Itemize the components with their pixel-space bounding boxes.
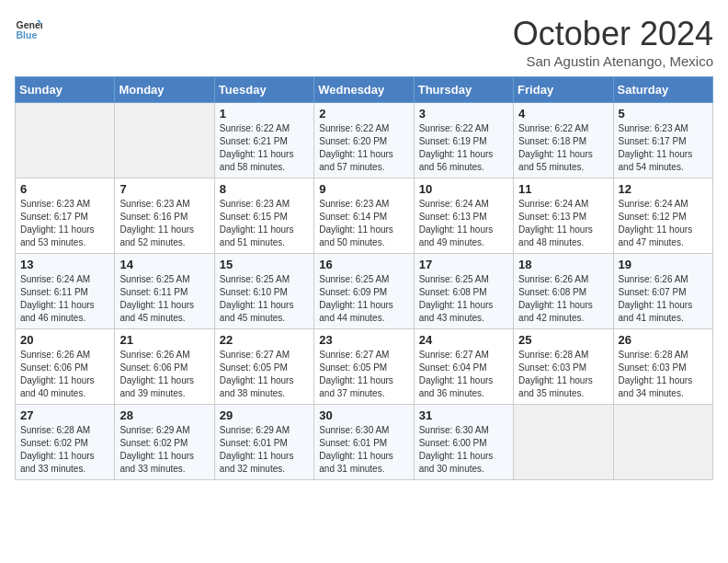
- calendar-cell: 16Sunrise: 6:25 AMSunset: 6:09 PMDayligh…: [314, 254, 414, 329]
- cell-day-number: 15: [220, 258, 309, 271]
- cell-day-number: 10: [419, 182, 508, 196]
- cell-sun-info: Sunrise: 6:22 AMSunset: 6:21 PMDaylight:…: [220, 122, 309, 174]
- calendar-cell: 31Sunrise: 6:30 AMSunset: 6:00 PMDayligh…: [414, 405, 513, 480]
- calendar-cell: 8Sunrise: 6:23 AMSunset: 6:15 PMDaylight…: [214, 178, 313, 254]
- cell-sun-info: Sunrise: 6:25 AMSunset: 6:10 PMDaylight:…: [220, 273, 309, 325]
- cell-sun-info: Sunrise: 6:24 AMSunset: 6:11 PMDaylight:…: [20, 273, 109, 325]
- cell-day-number: 4: [518, 107, 608, 121]
- calendar-cell: 29Sunrise: 6:29 AMSunset: 6:01 PMDayligh…: [214, 405, 313, 480]
- calendar-cell: 19Sunrise: 6:26 AMSunset: 6:07 PMDayligh…: [613, 254, 712, 329]
- cell-day-number: 18: [518, 258, 608, 271]
- cell-day-number: 13: [20, 258, 109, 271]
- page-header: General Blue October 2024 San Agustin At…: [15, 15, 713, 69]
- calendar-cell: 27Sunrise: 6:28 AMSunset: 6:02 PMDayligh…: [16, 405, 115, 480]
- cell-sun-info: Sunrise: 6:25 AMSunset: 6:11 PMDaylight:…: [119, 273, 209, 325]
- calendar-table: SundayMondayTuesdayWednesdayThursdayFrid…: [15, 76, 713, 480]
- cell-day-number: 21: [119, 333, 209, 347]
- cell-day-number: 27: [20, 408, 109, 422]
- cell-sun-info: Sunrise: 6:22 AMSunset: 6:18 PMDaylight:…: [518, 122, 608, 174]
- day-of-week-header: Thursday: [414, 77, 513, 103]
- calendar-cell: [115, 103, 214, 178]
- calendar-cell: 5Sunrise: 6:23 AMSunset: 6:17 PMDaylight…: [613, 103, 712, 178]
- calendar-cell: 14Sunrise: 6:25 AMSunset: 6:11 PMDayligh…: [115, 254, 214, 329]
- cell-day-number: 26: [619, 333, 708, 347]
- logo: General Blue: [15, 15, 42, 42]
- calendar-cell: 2Sunrise: 6:22 AMSunset: 6:20 PMDaylight…: [314, 103, 414, 178]
- calendar-cell: 15Sunrise: 6:25 AMSunset: 6:10 PMDayligh…: [214, 254, 313, 329]
- cell-day-number: 6: [20, 182, 109, 196]
- cell-day-number: 9: [319, 182, 408, 196]
- cell-day-number: 19: [619, 258, 708, 271]
- calendar-cell: 13Sunrise: 6:24 AMSunset: 6:11 PMDayligh…: [16, 254, 115, 329]
- cell-day-number: 17: [419, 258, 508, 271]
- day-of-week-header: Tuesday: [214, 77, 313, 103]
- calendar-cell: [613, 405, 712, 480]
- cell-day-number: 2: [319, 107, 408, 121]
- calendar-cell: 22Sunrise: 6:27 AMSunset: 6:05 PMDayligh…: [214, 329, 313, 405]
- calendar-cell: 18Sunrise: 6:26 AMSunset: 6:08 PMDayligh…: [514, 254, 613, 329]
- calendar-week-row: 1Sunrise: 6:22 AMSunset: 6:21 PMDaylight…: [16, 103, 713, 178]
- calendar-cell: [514, 405, 613, 480]
- calendar-week-row: 6Sunrise: 6:23 AMSunset: 6:17 PMDaylight…: [16, 178, 713, 254]
- cell-day-number: 3: [419, 107, 508, 121]
- cell-sun-info: Sunrise: 6:30 AMSunset: 6:01 PMDaylight:…: [319, 424, 408, 476]
- calendar-cell: 20Sunrise: 6:26 AMSunset: 6:06 PMDayligh…: [16, 329, 115, 405]
- cell-sun-info: Sunrise: 6:23 AMSunset: 6:16 PMDaylight:…: [119, 198, 209, 249]
- cell-sun-info: Sunrise: 6:23 AMSunset: 6:14 PMDaylight:…: [319, 198, 408, 249]
- calendar-cell: 9Sunrise: 6:23 AMSunset: 6:14 PMDaylight…: [314, 178, 414, 254]
- title-block: October 2024 San Agustin Atenango, Mexic…: [513, 15, 713, 69]
- calendar-cell: 3Sunrise: 6:22 AMSunset: 6:19 PMDaylight…: [414, 103, 513, 178]
- cell-day-number: 30: [319, 408, 408, 422]
- cell-day-number: 11: [518, 182, 608, 196]
- calendar-cell: 25Sunrise: 6:28 AMSunset: 6:03 PMDayligh…: [514, 329, 613, 405]
- calendar-cell: 12Sunrise: 6:24 AMSunset: 6:12 PMDayligh…: [613, 178, 712, 254]
- cell-sun-info: Sunrise: 6:28 AMSunset: 6:02 PMDaylight:…: [20, 424, 109, 476]
- cell-sun-info: Sunrise: 6:28 AMSunset: 6:03 PMDaylight:…: [518, 349, 608, 400]
- cell-sun-info: Sunrise: 6:27 AMSunset: 6:05 PMDaylight:…: [220, 349, 309, 400]
- cell-day-number: 24: [419, 333, 508, 347]
- cell-day-number: 8: [220, 182, 309, 196]
- cell-sun-info: Sunrise: 6:26 AMSunset: 6:06 PMDaylight:…: [20, 349, 109, 400]
- logo-icon: General Blue: [15, 15, 42, 42]
- cell-day-number: 31: [419, 408, 508, 422]
- cell-sun-info: Sunrise: 6:27 AMSunset: 6:05 PMDaylight:…: [319, 349, 408, 400]
- cell-day-number: 23: [319, 333, 408, 347]
- cell-sun-info: Sunrise: 6:29 AMSunset: 6:02 PMDaylight:…: [119, 424, 209, 476]
- cell-day-number: 14: [119, 258, 209, 271]
- calendar-body: 1Sunrise: 6:22 AMSunset: 6:21 PMDaylight…: [16, 103, 713, 480]
- cell-day-number: 22: [220, 333, 309, 347]
- cell-sun-info: Sunrise: 6:25 AMSunset: 6:08 PMDaylight:…: [419, 273, 508, 325]
- cell-sun-info: Sunrise: 6:24 AMSunset: 6:12 PMDaylight:…: [619, 198, 708, 249]
- cell-sun-info: Sunrise: 6:26 AMSunset: 6:06 PMDaylight:…: [119, 349, 209, 400]
- cell-sun-info: Sunrise: 6:23 AMSunset: 6:17 PMDaylight:…: [619, 122, 708, 174]
- day-of-week-header: Saturday: [613, 77, 712, 103]
- cell-sun-info: Sunrise: 6:26 AMSunset: 6:07 PMDaylight:…: [619, 273, 708, 325]
- cell-sun-info: Sunrise: 6:24 AMSunset: 6:13 PMDaylight:…: [518, 198, 608, 249]
- day-of-week-header: Monday: [115, 77, 214, 103]
- calendar-cell: 7Sunrise: 6:23 AMSunset: 6:16 PMDaylight…: [115, 178, 214, 254]
- cell-sun-info: Sunrise: 6:24 AMSunset: 6:13 PMDaylight:…: [419, 198, 508, 249]
- calendar-cell: 1Sunrise: 6:22 AMSunset: 6:21 PMDaylight…: [214, 103, 313, 178]
- cell-day-number: 7: [119, 182, 209, 196]
- day-of-week-header: Sunday: [16, 77, 115, 103]
- calendar-cell: 26Sunrise: 6:28 AMSunset: 6:03 PMDayligh…: [613, 329, 712, 405]
- calendar-cell: 10Sunrise: 6:24 AMSunset: 6:13 PMDayligh…: [414, 178, 513, 254]
- cell-day-number: 16: [319, 258, 408, 271]
- cell-day-number: 28: [119, 408, 209, 422]
- calendar-cell: 4Sunrise: 6:22 AMSunset: 6:18 PMDaylight…: [514, 103, 613, 178]
- cell-day-number: 12: [619, 182, 708, 196]
- calendar-cell: 11Sunrise: 6:24 AMSunset: 6:13 PMDayligh…: [514, 178, 613, 254]
- calendar-header-row: SundayMondayTuesdayWednesdayThursdayFrid…: [16, 77, 713, 103]
- svg-text:Blue: Blue: [17, 29, 38, 40]
- cell-sun-info: Sunrise: 6:23 AMSunset: 6:17 PMDaylight:…: [20, 198, 109, 249]
- cell-sun-info: Sunrise: 6:27 AMSunset: 6:04 PMDaylight:…: [419, 349, 508, 400]
- calendar-cell: 21Sunrise: 6:26 AMSunset: 6:06 PMDayligh…: [115, 329, 214, 405]
- cell-sun-info: Sunrise: 6:25 AMSunset: 6:09 PMDaylight:…: [319, 273, 408, 325]
- calendar-cell: 23Sunrise: 6:27 AMSunset: 6:05 PMDayligh…: [314, 329, 414, 405]
- calendar-cell: 6Sunrise: 6:23 AMSunset: 6:17 PMDaylight…: [16, 178, 115, 254]
- day-of-week-header: Friday: [514, 77, 613, 103]
- cell-sun-info: Sunrise: 6:22 AMSunset: 6:20 PMDaylight:…: [319, 122, 408, 174]
- month-title: October 2024: [513, 15, 713, 53]
- cell-sun-info: Sunrise: 6:22 AMSunset: 6:19 PMDaylight:…: [419, 122, 508, 174]
- calendar-cell: 30Sunrise: 6:30 AMSunset: 6:01 PMDayligh…: [314, 405, 414, 480]
